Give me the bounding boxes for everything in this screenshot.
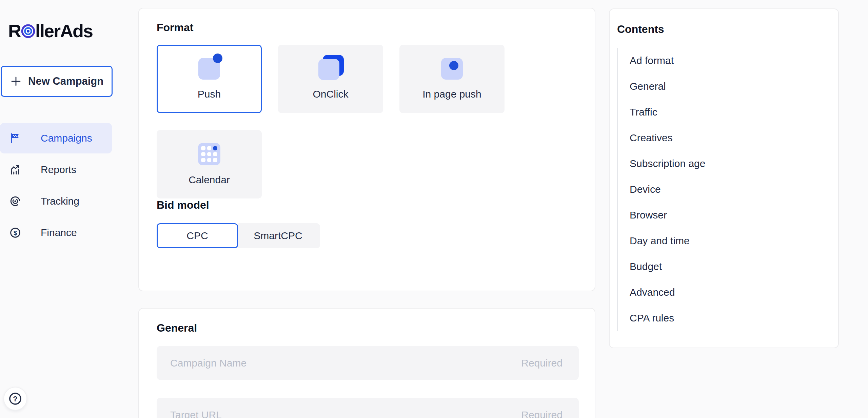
general-section-title: General (157, 321, 595, 334)
required-badge: Required (521, 357, 563, 369)
svg-text:?: ? (13, 395, 17, 403)
toc-item-browser[interactable]: Browser (630, 202, 838, 228)
plus-icon (11, 76, 21, 87)
toc-item-creatives[interactable]: Creatives (630, 125, 838, 151)
toc-item-general[interactable]: General (630, 74, 838, 99)
campaign-name-input[interactable] (170, 357, 511, 369)
format-bid-panel: Format Push OnClick In page push Calenda… (138, 8, 595, 291)
sidebar-item-label: Campaigns (41, 132, 92, 144)
sidebar-nav: Campaigns Reports Tracking (0, 123, 112, 249)
sidebar: R llerAds New Campaign (0, 0, 138, 418)
campaign-name-field: Required (157, 346, 579, 380)
bid-model-options: CPC SmartCPC (157, 223, 595, 248)
sidebar-item-tracking[interactable]: Tracking (0, 186, 112, 216)
format-section-title: Format (157, 21, 595, 34)
new-campaign-button[interactable]: New Campaign (1, 66, 113, 97)
toc-item-traffic[interactable]: Traffic (630, 99, 838, 125)
target-url-input[interactable] (170, 409, 511, 418)
sidebar-item-label: Reports (41, 164, 76, 175)
bid-option-cpc[interactable]: CPC (157, 223, 238, 248)
bid-option-smartcpc[interactable]: SmartCPC (236, 223, 320, 248)
logo-text-prefix: R (8, 20, 21, 41)
toc-item-subscription-age[interactable]: Subscription age (630, 151, 838, 176)
sidebar-item-label: Finance (41, 227, 77, 238)
format-option-push[interactable]: Push (157, 45, 262, 113)
toc-item-ad-format[interactable]: Ad format (630, 48, 838, 74)
required-badge: Required (521, 409, 563, 418)
onclick-format-icon (320, 58, 341, 80)
general-panel: General Required Required (138, 308, 595, 418)
toc-item-budget[interactable]: Budget (630, 254, 838, 279)
calendar-format-icon (198, 143, 220, 165)
report-chart-icon (9, 164, 21, 175)
sidebar-item-reports[interactable]: Reports (0, 154, 112, 185)
format-option-label: In page push (422, 88, 481, 100)
sidebar-item-finance[interactable]: $ Finance (0, 217, 112, 248)
format-option-label: Push (198, 88, 221, 100)
rollerads-logo: R llerAds (8, 20, 93, 42)
in-page-push-format-icon (441, 58, 463, 80)
contents-title: Contents (617, 23, 838, 36)
format-option-in-page-push[interactable]: In page push (399, 45, 505, 113)
toc-item-day-and-time[interactable]: Day and time (630, 228, 838, 254)
toc-item-advanced[interactable]: Advanced (630, 279, 838, 305)
contents-panel: Contents Ad format General Traffic Creat… (609, 8, 839, 348)
sidebar-item-label: Tracking (41, 195, 79, 207)
svg-text:$: $ (14, 230, 17, 236)
logo-text-suffix: llerAds (35, 20, 93, 41)
format-option-label: OnClick (313, 88, 348, 100)
format-option-calendar[interactable]: Calendar (157, 130, 262, 198)
toc-item-device[interactable]: Device (630, 176, 838, 202)
flag-icon (9, 132, 21, 144)
help-button[interactable]: ? (3, 387, 27, 411)
finance-dollar-icon: $ (9, 227, 21, 238)
sidebar-item-campaigns[interactable]: Campaigns (0, 123, 112, 153)
bid-model-section-title: Bid model (157, 198, 595, 211)
target-url-field: Required (157, 398, 579, 418)
format-options: Push OnClick In page push Calendar (157, 45, 506, 198)
help-question-icon: ? (8, 392, 22, 406)
push-format-icon (198, 58, 220, 80)
toc-item-cpa-rules[interactable]: CPA rules (630, 305, 838, 331)
format-option-onclick[interactable]: OnClick (278, 45, 383, 113)
contents-list: Ad format General Traffic Creatives Subs… (617, 48, 838, 331)
new-campaign-label: New Campaign (28, 75, 103, 87)
tracking-target-icon (9, 195, 21, 207)
logo-target-icon (21, 21, 36, 42)
format-option-label: Calendar (189, 174, 230, 186)
